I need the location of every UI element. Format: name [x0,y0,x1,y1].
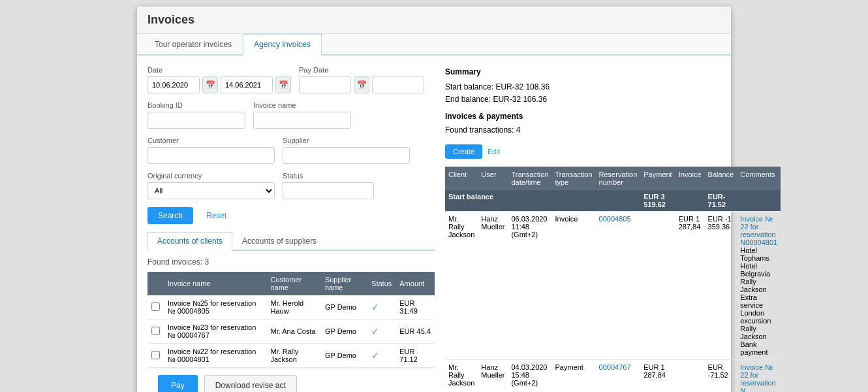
th-comments: Comments [737,167,781,190]
booking-id-input[interactable] [147,112,245,129]
customer-label: Customer [147,137,275,144]
date-to-input[interactable] [221,76,273,93]
top-tabs: Tour operator invoices Agency invoices [137,34,731,56]
row-checkbox [147,319,164,344]
row-status: ✓ [367,319,395,344]
page-title: Invoices [137,7,731,34]
t1-invoice: EUR 1 287,84 [675,211,705,359]
t1-balance: EUR -1 359.36 [705,211,737,359]
th-datetime: Transaction date/time [508,167,551,190]
download-revise-button[interactable]: Download revise act [204,375,297,392]
pay-date-calendar-icon[interactable]: 📅 [354,76,369,93]
found-transactions: Found transactions: 4 [445,124,781,137]
reset-button[interactable]: Reset [201,207,232,224]
tab-accounts-suppliers[interactable]: Accounts of suppliers [232,232,326,251]
row-amount: EUR 71.12 [395,344,435,368]
currency-group: Original currency All [147,172,275,199]
end-balance: End balance: EUR-32 106.36 [445,93,781,106]
t1-comment-4: Bank payment [740,340,767,356]
t1-payment [640,211,675,359]
content-area: Date 📅 📅 Pay Date 📅 [137,56,731,392]
col-invoice-name: Invoice name [164,272,266,295]
t2-comment-link[interactable]: Invoice № 22 for reservation N 00004301 [740,363,775,392]
status-label: Status [283,172,374,180]
table-row: Invoice №22 for reservation № 00004801 M… [147,344,435,368]
t2-reservation-link[interactable]: 00004767 [599,363,631,371]
pay-date-label: Pay Date [299,66,424,74]
row-amount: EUR 31.49 [395,295,435,319]
col-customer-name: Customer name [266,272,320,295]
t2-client: Mr. Rally Jackson [445,359,478,392]
currency-status-row: Original currency All Status [147,172,435,199]
edit-button[interactable]: Edit [488,144,500,159]
supplier-input[interactable] [283,147,410,164]
col-amount: Amount [395,272,435,295]
create-button[interactable]: Create [445,144,482,159]
th-type: Transaction type [552,167,596,190]
col-status: Status [367,272,395,295]
invoice-name-input[interactable] [253,112,351,129]
th-client: Client [445,167,478,190]
start-invoice-empty [675,190,705,212]
start-comments-empty [737,190,781,212]
pay-date-group: Pay Date 📅 [299,66,424,93]
search-button[interactable]: Search [147,207,193,224]
checkbox-3[interactable] [151,351,160,359]
t2-reservation: 00004767 [596,359,641,392]
row-invoice: Invoice №23 for reservation № 00004767 [164,319,266,344]
th-invoice: Invoice [675,167,705,190]
summary-title: Summary [445,66,781,78]
col-supplier-name: Supplier name [321,272,367,295]
tab-tour-operator[interactable]: Tour operator invoices [144,34,243,56]
status-ok-icon: ✓ [371,350,379,361]
row-customer: Mr. Herold Hauw [266,295,320,319]
row-status: ✓ [367,295,395,319]
t2-balance: EUR -71.52 [705,359,737,392]
customer-input[interactable] [147,147,275,164]
t2-invoice [675,359,705,392]
t1-user: Hanz Mueller [478,211,508,359]
tab-agency[interactable]: Agency invoices [243,34,322,56]
t1-reservation: 00004805 [596,211,641,359]
row-checkbox [147,295,164,319]
date-to-calendar-icon[interactable]: 📅 [275,76,291,93]
t1-type: Invoice [552,211,596,359]
date-row: Date 📅 📅 Pay Date 📅 [147,66,435,93]
date-from-calendar-icon[interactable]: 📅 [202,76,218,93]
booking-id-group: Booking ID [147,101,245,129]
left-panel: Date 📅 📅 Pay Date 📅 [147,66,435,392]
col-checkbox [147,272,164,295]
t1-reservation-link[interactable]: 00004805 [599,215,631,223]
supplier-label: Supplier [283,137,410,144]
t1-comment-1: Rally Jackson [740,278,766,293]
t2-payment: EUR 1 287,84 [640,359,675,392]
checkbox-2[interactable] [151,327,160,335]
ip-title: Invoices & payments [445,110,781,123]
currency-select[interactable]: All [147,182,275,199]
summary-box: Summary Start balance: EUR-32 108.36 End… [445,66,781,137]
row-customer: Mr. Ana Costa [266,319,320,344]
status-ok-icon: ✓ [371,302,379,312]
pay-date-from-input[interactable] [299,76,351,93]
pay-date-range: 📅 [299,76,424,93]
t1-comment-link[interactable]: Invoice № 22 for reservation N00004801 [740,215,777,246]
pay-date-to-input[interactable] [372,76,424,93]
checkbox-1[interactable] [151,302,160,311]
date-from-input[interactable] [147,76,200,93]
t1-comment-2: Extra service London excursion [740,293,771,325]
invoice-name-label: Invoice name [253,101,351,109]
t2-type: Payment [552,359,596,392]
tab-accounts-clients[interactable]: Accounts of clients [147,232,232,251]
status-input[interactable] [283,182,374,199]
row-status: ✓ [367,344,395,368]
th-reservation: Reservation number [596,167,641,190]
pay-button[interactable]: Pay [158,375,198,392]
row-checkbox [147,344,164,368]
th-balance: Balance [705,167,737,190]
booking-id-label: Booking ID [147,101,245,109]
start-balance: Start balance: EUR-32 108.36 [445,81,781,93]
invoice-name-group: Invoice name [253,101,351,129]
date-group: Date 📅 📅 [147,66,291,93]
main-window: Invoices Tour operator invoices Agency i… [137,7,731,392]
invoices-table: Invoice name Customer name Supplier name… [147,272,435,368]
